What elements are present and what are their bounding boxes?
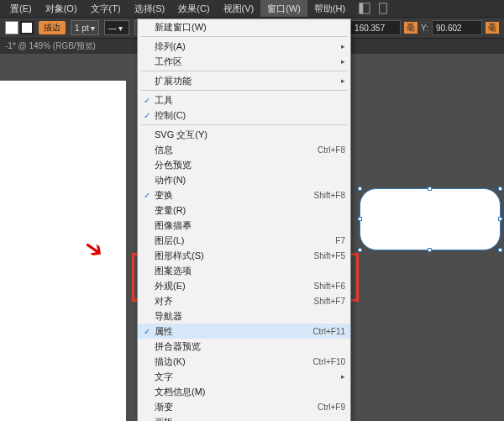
menu-item-label: 对齐 <box>153 295 313 308</box>
stroke-swatch[interactable] <box>20 21 34 34</box>
menu-item-shortcut: Ctrl+F11 <box>312 327 345 336</box>
doc-icon[interactable] <box>377 3 389 14</box>
menu-item[interactable]: 图形样式(S)Shift+F5 <box>138 248 350 263</box>
menu-item-shortcut: Ctrl+F9 <box>318 403 345 412</box>
menu-item[interactable]: 对齐Shift+F7 <box>138 293 350 308</box>
selection-handle[interactable] <box>428 248 432 252</box>
document-tab-label: -1* @ 149% (RGB/预览) <box>5 40 96 52</box>
selection-handle[interactable] <box>358 248 362 252</box>
menu-item[interactable]: 新建窗口(W) <box>138 19 350 34</box>
menu-item[interactable]: ✓变换Shift+F8 <box>138 187 350 203</box>
menu-help[interactable]: 帮助(H) <box>307 0 352 17</box>
menu-item-label: 工具 <box>153 94 345 107</box>
selection-handle[interactable] <box>358 187 362 191</box>
menu-item-label: 图案选项 <box>153 265 345 277</box>
menu-separator <box>141 90 347 91</box>
menu-item-shortcut: Shift+F6 <box>313 282 345 291</box>
menu-item[interactable]: 信息Ctrl+F8 <box>138 142 350 157</box>
check-icon: ✓ <box>141 96 153 105</box>
menu-item[interactable]: 图层(L)F7 <box>138 233 350 248</box>
check-icon: ✓ <box>141 191 153 200</box>
layout-icon[interactable] <box>359 3 370 14</box>
menu-separator <box>141 36 347 37</box>
menu-item[interactable]: 描边(K)Ctrl+F10 <box>138 354 350 369</box>
stroke-label: 描边 <box>39 21 66 34</box>
menu-item[interactable]: 画板 <box>138 414 350 421</box>
check-icon: ✓ <box>141 327 153 336</box>
menu-item-label: 图层(L) <box>153 234 335 247</box>
menu-item[interactable]: ✓属性Ctrl+F11 <box>138 324 350 339</box>
menu-item-label: 变量(R) <box>153 204 345 217</box>
selection-handle[interactable] <box>358 217 362 221</box>
menu-item-label: 外观(E) <box>153 280 313 292</box>
menu-item-label: 变换 <box>153 189 313 202</box>
menu-item-label: 信息 <box>153 144 318 156</box>
menu-item[interactable]: 导航器 <box>138 308 350 324</box>
menu-item-label: SVG 交互(Y) <box>153 129 345 141</box>
menu-item-label: 画板 <box>153 416 345 422</box>
menu-item-shortcut: Ctrl+F8 <box>318 145 345 155</box>
check-icon: ✓ <box>141 111 153 120</box>
menu-item-label: 文档信息(M) <box>153 386 345 398</box>
menu-effect[interactable]: 效果(C) <box>171 0 216 17</box>
menu-item-shortcut: Shift+F5 <box>313 251 345 260</box>
x-unit: 毫 <box>404 22 417 34</box>
menu-item[interactable]: 变量(R) <box>138 203 350 218</box>
y-label: Y: <box>421 24 428 33</box>
menu-item[interactable]: 排列(A) <box>138 39 350 54</box>
menu-item-shortcut: F7 <box>335 236 345 245</box>
menu-item[interactable]: 文档信息(M) <box>138 384 350 399</box>
menu-type[interactable]: 文字(T) <box>84 0 128 17</box>
y-unit: 毫 <box>486 22 499 34</box>
selection-handle[interactable] <box>428 187 432 191</box>
menu-item[interactable]: 拼合器预览 <box>138 339 350 354</box>
menu-item-label: 文字 <box>153 371 341 383</box>
stroke-profile[interactable]: — ▾ <box>104 20 129 35</box>
menu-item-label: 新建窗口(W) <box>153 21 345 34</box>
menu-item[interactable]: SVG 交互(Y) <box>138 127 350 142</box>
menu-item[interactable]: 动作(N) <box>138 172 350 187</box>
menu-item[interactable]: ✓工具 <box>138 92 350 108</box>
menu-item[interactable]: 渐变Ctrl+F9 <box>138 399 350 414</box>
rounded-rect-shape[interactable] <box>360 188 501 250</box>
menu-item[interactable]: ✓控制(C) <box>138 108 350 123</box>
menu-item-label: 描边(K) <box>153 355 312 368</box>
y-field[interactable] <box>432 20 482 35</box>
menu-object[interactable]: 对象(O) <box>39 0 84 17</box>
canvas[interactable]: ➔ 新建窗口(W)排列(A)工作区扩展功能✓工具✓控制(C)SVG 交互(Y)信… <box>0 54 504 421</box>
selection-handle[interactable] <box>498 187 502 191</box>
artboard <box>0 81 126 421</box>
menu-item[interactable]: 图像描摹 <box>138 218 350 233</box>
menu-item[interactable]: 文字 <box>138 369 350 384</box>
menu-item[interactable]: 分色预览 <box>138 157 350 172</box>
menu-item-label: 动作(N) <box>153 174 345 187</box>
menu-item-label: 图像描摹 <box>153 219 345 232</box>
svg-rect-1 <box>360 3 363 13</box>
menu-item[interactable]: 图案选项 <box>138 263 350 278</box>
menu-separator <box>141 124 347 125</box>
menu-item-shortcut: Shift+F8 <box>313 191 345 200</box>
svg-rect-2 <box>380 3 387 13</box>
stroke-weight-field[interactable]: 1 pt ▾ <box>71 20 99 35</box>
menu-item-shortcut: Ctrl+F10 <box>312 357 345 366</box>
menubar: 置(E) 对象(O) 文字(T) 选择(S) 效果(C) 视图(V) 窗口(W)… <box>0 0 504 17</box>
menu-item[interactable]: 工作区 <box>138 54 350 69</box>
window-menu-dropdown: 新建窗口(W)排列(A)工作区扩展功能✓工具✓控制(C)SVG 交互(Y)信息C… <box>137 18 351 421</box>
menu-item-label: 控制(C) <box>153 109 345 122</box>
fill-swatch[interactable] <box>5 21 18 34</box>
selection-handle[interactable] <box>498 217 502 221</box>
menu-item-label: 渐变 <box>153 401 318 413</box>
menu-item-label: 拼合器预览 <box>153 340 345 353</box>
menu-item[interactable]: 扩展功能 <box>138 73 350 88</box>
menu-item-label: 导航器 <box>153 310 345 323</box>
x-field[interactable] <box>350 20 401 35</box>
menu-item-label: 排列(A) <box>153 40 341 53</box>
menu-view[interactable]: 视图(V) <box>217 0 261 17</box>
menu-item-label: 工作区 <box>153 55 341 68</box>
menu-separator <box>141 71 347 71</box>
menu-window[interactable]: 窗口(W) <box>260 0 307 17</box>
menu-select[interactable]: 选择(S) <box>128 0 172 17</box>
selection-handle[interactable] <box>498 248 502 252</box>
menu-edit[interactable]: 置(E) <box>3 0 39 17</box>
menu-item[interactable]: 外观(E)Shift+F6 <box>138 278 350 293</box>
